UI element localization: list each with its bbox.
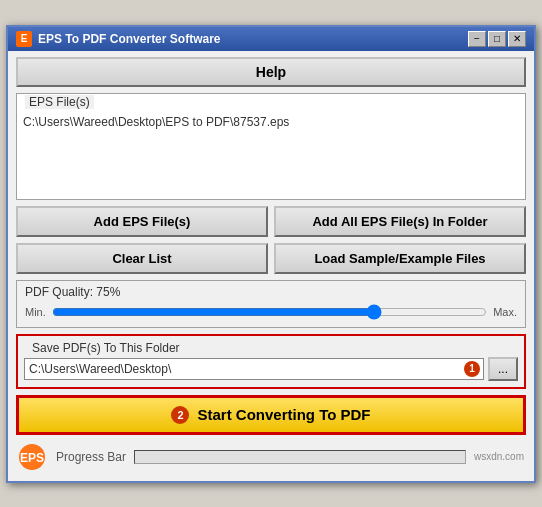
max-label: Max. — [493, 306, 517, 318]
eps-files-label: EPS File(s) — [25, 95, 94, 109]
folder-input-row: 1 ... — [24, 357, 518, 381]
quality-label: PDF Quality: 75% — [25, 285, 517, 299]
window-body: Help EPS File(s) C:\Users\Wareed\Desktop… — [8, 51, 534, 481]
slider-row: Min. Max. — [25, 303, 517, 321]
clear-list-button[interactable]: Clear List — [16, 243, 268, 274]
convert-badge: 2 — [171, 406, 189, 424]
watermark: wsxdn.com — [474, 451, 526, 462]
close-button[interactable]: ✕ — [508, 31, 526, 47]
clear-load-row: Clear List Load Sample/Example Files — [16, 243, 526, 274]
folder-path-input[interactable] — [24, 358, 484, 380]
convert-label: Start Converting To PDF — [197, 406, 370, 423]
app-logo: EPS — [16, 441, 48, 473]
window-title: EPS To PDF Converter Software — [38, 32, 220, 46]
progress-label: Progress Bar — [56, 450, 126, 464]
quality-section: PDF Quality: 75% Min. Max. — [16, 280, 526, 328]
add-eps-button[interactable]: Add EPS File(s) — [16, 206, 268, 237]
save-folder-label: Save PDF(s) To This Folder — [28, 341, 184, 355]
folder-input-wrapper: 1 — [24, 358, 484, 380]
maximize-button[interactable]: □ — [488, 31, 506, 47]
progress-section: EPS Progress Bar wsxdn.com — [16, 439, 526, 473]
app-icon: E — [16, 31, 32, 47]
browse-button[interactable]: ... — [488, 357, 518, 381]
minimize-button[interactable]: − — [468, 31, 486, 47]
help-button[interactable]: Help — [16, 57, 526, 87]
file-list-area: C:\Users\Wareed\Desktop\EPS to PDF\87537… — [17, 109, 525, 199]
folder-badge: 1 — [464, 361, 480, 377]
save-folder-section: Save PDF(s) To This Folder 1 ... — [16, 334, 526, 389]
title-bar-controls: − □ ✕ — [468, 31, 526, 47]
min-label: Min. — [25, 306, 46, 318]
file-entry: C:\Users\Wareed\Desktop\EPS to PDF\87537… — [23, 113, 519, 132]
add-buttons-row: Add EPS File(s) Add All EPS File(s) In F… — [16, 206, 526, 237]
progress-bar — [134, 450, 466, 464]
add-all-eps-button[interactable]: Add All EPS File(s) In Folder — [274, 206, 526, 237]
load-sample-button[interactable]: Load Sample/Example Files — [274, 243, 526, 274]
title-bar: E EPS To PDF Converter Software − □ ✕ — [8, 27, 534, 51]
eps-files-group: EPS File(s) C:\Users\Wareed\Desktop\EPS … — [16, 93, 526, 200]
svg-text:EPS: EPS — [20, 451, 44, 465]
start-converting-button[interactable]: 2 Start Converting To PDF — [16, 395, 526, 435]
title-bar-text: E EPS To PDF Converter Software — [16, 31, 220, 47]
app-window: E EPS To PDF Converter Software − □ ✕ He… — [6, 25, 536, 483]
quality-slider[interactable] — [52, 303, 487, 321]
